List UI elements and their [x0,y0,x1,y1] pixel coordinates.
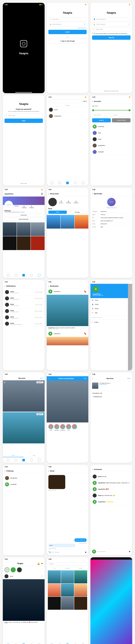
google-button[interactable]: G Sign In with Google [48,39,87,44]
clear-button[interactable]: CLEAR FILTERS [112,118,130,122]
password-input[interactable]: 🔒Enter Password👁 [92,22,130,26]
send-icon[interactable]: ➤ [85,551,87,554]
my-profile: 9:43📶 ArpanPrimo☰ Primocys No post. 1Fol… [3,188,45,278]
login-link[interactable]: Already have an account? Log In [92,90,130,92]
change-photo[interactable]: Change profile photo [92,207,130,208]
nav-search[interactable] [59,182,61,184]
accounts-filter: 5:19📶 ‹Accounts Age: 18-29 Search by Nam… [90,95,132,186]
bookmarks: 9:31 ‹Bookmarks AArpanPrimo🔖 ArpanPrimo … [47,280,88,370]
email-input[interactable]: ✉Enter Email [5,114,43,118]
nav-home[interactable] [51,182,53,184]
back-button[interactable]: ‹ [92,100,93,102]
menu-logout[interactable]: ↪Logout [90,320,128,324]
email-input[interactable]: ✉Enter Email [48,17,87,21]
time: 5:29 [5,4,8,6]
comment-input[interactable]: Add a comment... [97,551,127,552]
chat: 5:24 ‹Deval 15-Nov-10:21 AM Hey Hii...Wh… [47,465,88,555]
signup-screen: 📶 Snapta 👤Enter Username 🔒Enter Password… [90,3,132,93]
terms-text: By using our app you agree to our Terms … [92,32,130,34]
menu-profile[interactable]: 👤Profile [90,302,128,306]
follow-button[interactable]: Follow [48,210,67,214]
tab-photo[interactable]: Photo [3,454,24,457]
search-input[interactable]: Search [48,562,87,566]
search-input[interactable]: | [48,100,82,103]
login-button[interactable]: Log In [48,30,87,34]
comments: ‹Comments Deval nice city AArpanPrimo Ye… [90,465,132,555]
app-logo-icon [20,40,27,47]
attach-icon[interactable]: 📎 [48,551,51,554]
bookmarks-button[interactable]: Saved Bookmarks [5,218,43,221]
menu-icon[interactable]: ☰ [41,192,43,195]
done-button[interactable]: Done [84,378,87,379]
search-name[interactable]: Search by Name [92,113,111,117]
notifications: 9:19 ‹Notifications DevalDeval liked you… [3,280,45,370]
newpost-gallery: 5:25 New postNext ✕Apply Filter Apply Fi… [3,372,45,463]
send-icon[interactable]: ➤ [129,550,130,553]
filter-option[interactable] [48,424,53,429]
nav-profile[interactable] [82,182,84,184]
drawer: 9:31 A ArpanPrimo arpan.primo@gmail.com … [90,280,132,370]
signup-button[interactable]: Sign Up [92,36,130,40]
gif-button[interactable]: GIF [52,552,54,553]
nav-add[interactable] [66,182,69,184]
username-input[interactable]: 👤Enter Username [92,17,130,21]
gender-select[interactable]: Gender ▾ [112,113,130,117]
nav-chat[interactable] [74,182,76,184]
status-bar: 5:29 📶🔋 [3,3,45,6]
chat-icon[interactable]: ✈ [41,562,43,565]
app-name: Snapta [92,11,130,14]
edit-profile-button[interactable]: Edit Profile [5,214,43,217]
login-screen: 📶 Snapta ✉Enter Email 🔒Enter Password👁 F… [47,3,88,93]
cancel-button[interactable]: Cancel [83,100,87,102]
explore: 5:35 Search Top Accounts Places [47,557,88,644]
password-input[interactable]: 🔒Enter Password👁 [48,22,87,26]
menu-help[interactable]: ❓Help [90,311,128,315]
account-item[interactable]: devaljoshi21 [48,113,87,119]
following-list: 5:23 ‹Following devaljoshi21› KKevalPate… [3,465,45,555]
forgot-screen: Snapta Forgot your password? Enter Your … [3,95,45,186]
bookmark-icon[interactable]: 🔖 [84,290,87,293]
fullscreen-image[interactable] [90,560,132,644]
send-button[interactable]: Send [5,118,43,123]
notif-icon[interactable]: 🔔 [37,562,40,565]
search-screen: 5:19📶 | Cancel Accounts Deval devaljoshi… [47,95,88,186]
menu-home[interactable]: 🏠Home [90,298,128,302]
email-input[interactable]: ✉Enter Email [92,28,130,31]
edit-profile: 5:38 ‹Edit Profile Primocys Change profi… [90,188,132,278]
share-button[interactable]: Share [127,378,130,379]
age-slider[interactable] [92,110,130,110]
back-link[interactable]: Back to Login [5,183,43,184]
other-profile: 8:43 ‹Deval Joshi 3No post. 3Following 1… [47,188,88,278]
search-button[interactable]: SEARCH [92,118,111,122]
feed: 5:35 Snapta🔔✈ Deval⋮ Deval In love it...… [3,557,45,644]
forgot-link[interactable]: Forgot Password? [48,28,87,29]
image-viewer [90,557,132,644]
message-button[interactable]: Message [68,210,87,214]
next-button[interactable]: Next [40,378,43,379]
photo-customization: 5:26 ‹Photo CustomizationDone No Filter … [47,372,88,463]
app-name: Snapta [48,11,87,14]
tab-video[interactable]: Video [24,454,44,457]
account-item[interactable]: Deval [48,107,87,113]
splash-screen: 5:29 📶🔋 Snapta [3,3,45,93]
message-input[interactable]: Message [55,552,84,553]
menu-saved[interactable]: 🔖Saved [90,306,128,311]
newpost-caption: 5:26 ‹New PostShare It's Really Nice cit… [90,372,132,463]
app-name: Snapta [19,52,28,55]
